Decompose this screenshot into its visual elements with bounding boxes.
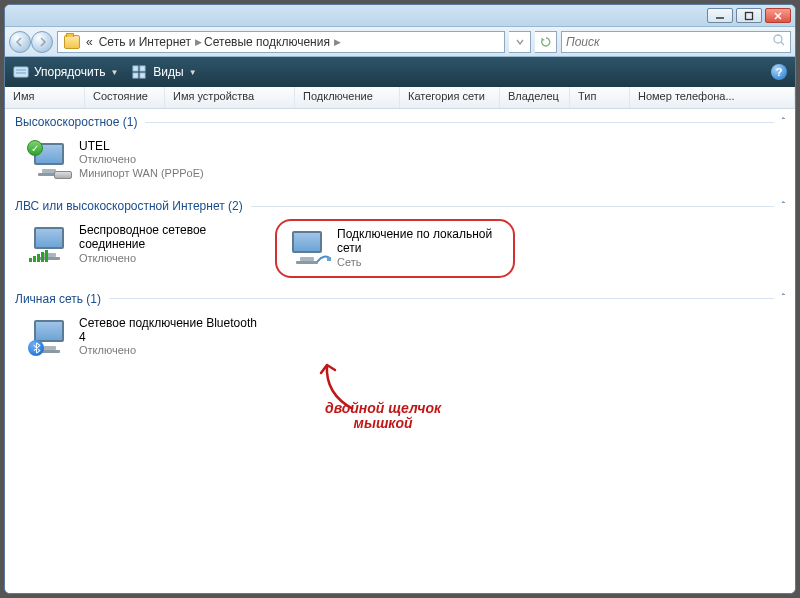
chevron-down-icon: ▼: [189, 68, 197, 77]
group-title: Высокоскоростное (1): [15, 115, 137, 129]
maximize-button[interactable]: [736, 8, 762, 23]
item-name: Беспроводное сетевое соединение: [79, 223, 261, 252]
breadcrumb-bar[interactable]: « Сеть и Интернет ▶ Сетевые подключения …: [57, 31, 505, 53]
title-bar: [5, 5, 795, 27]
collapse-icon[interactable]: ˆ: [782, 293, 785, 304]
search-input[interactable]: [566, 35, 772, 49]
refresh-button[interactable]: [535, 31, 557, 53]
item-status: Сеть: [337, 256, 503, 270]
ethernet-cable-icon: [317, 253, 331, 263]
svg-line-5: [781, 42, 784, 45]
connection-item-local-area[interactable]: Подключение по локальной сети Сеть: [275, 219, 515, 278]
col-status[interactable]: Состояние: [85, 87, 165, 108]
network-folder-icon: [64, 35, 80, 49]
collapse-icon[interactable]: ˆ: [782, 117, 785, 128]
svg-rect-9: [133, 66, 138, 71]
minimize-button[interactable]: [707, 8, 733, 23]
item-status: Отключено: [79, 153, 204, 167]
col-owner[interactable]: Владелец: [500, 87, 570, 108]
group-header[interactable]: ЛВС или высокоскоростной Интернет (2) ˆ: [5, 195, 795, 217]
svg-rect-1: [746, 12, 753, 19]
col-name[interactable]: Имя: [5, 87, 85, 108]
group-title: ЛВС или высокоскоростной Интернет (2): [15, 199, 243, 213]
group-high-speed: Высокоскоростное (1) ˆ ✓ UTEL Отк: [5, 111, 795, 193]
group-personal-network: Личная сеть (1) ˆ Сетевое п: [5, 288, 795, 371]
svg-rect-10: [140, 66, 145, 71]
views-icon: [132, 65, 148, 79]
connection-item-bluetooth[interactable]: Сетевое подключение Bluetooth 4 Отключен…: [25, 312, 265, 363]
group-header[interactable]: Личная сеть (1) ˆ: [5, 288, 795, 310]
group-divider: [145, 122, 773, 123]
svg-rect-11: [133, 73, 138, 78]
command-toolbar: Упорядочить ▼ Виды ▼ ?: [5, 57, 795, 87]
group-title: Личная сеть (1): [15, 292, 101, 306]
annotation-line1: двойной щелчок: [325, 401, 441, 416]
item-device: Минипорт WAN (PPPoE): [79, 167, 204, 181]
connection-item-utel[interactable]: ✓ UTEL Отключено Минипорт WAN (PPPoE): [25, 135, 265, 185]
address-bar-row: « Сеть и Интернет ▶ Сетевые подключения …: [5, 27, 795, 57]
svg-rect-12: [140, 73, 145, 78]
group-divider: [251, 206, 774, 207]
content-area: Высокоскоростное (1) ˆ ✓ UTEL Отк: [5, 109, 795, 593]
col-type[interactable]: Тип: [570, 87, 630, 108]
col-category[interactable]: Категория сети: [400, 87, 500, 108]
svg-rect-13: [327, 257, 331, 261]
organize-icon: [13, 65, 29, 79]
nav-back-button[interactable]: [9, 31, 31, 53]
search-box[interactable]: [561, 31, 791, 53]
item-name: Подключение по локальной сети: [337, 227, 503, 256]
item-name: UTEL: [79, 139, 204, 153]
collapse-icon[interactable]: ˆ: [782, 201, 785, 212]
signal-bars-icon: [29, 250, 48, 262]
column-headers: Имя Состояние Имя устройства Подключение…: [5, 87, 795, 109]
close-button[interactable]: [765, 8, 791, 23]
svg-rect-6: [14, 67, 28, 77]
col-device[interactable]: Имя устройства: [165, 87, 295, 108]
item-status: Отключено: [79, 252, 261, 266]
breadcrumb-item-2[interactable]: Сетевые подключения: [202, 35, 334, 49]
chevron-down-icon: ▼: [110, 68, 118, 77]
col-connection[interactable]: Подключение: [295, 87, 400, 108]
address-dropdown-button[interactable]: [509, 31, 531, 53]
group-lan-or-highspeed: ЛВС или высокоскоростной Интернет (2) ˆ …: [5, 195, 795, 286]
views-label: Виды: [153, 65, 183, 79]
col-phone[interactable]: Номер телефона...: [630, 87, 795, 108]
monitor-icon: ✓: [30, 143, 70, 177]
explorer-window: « Сеть и Интернет ▶ Сетевые подключения …: [4, 4, 796, 594]
organize-menu[interactable]: Упорядочить ▼: [13, 65, 118, 79]
check-badge-icon: ✓: [27, 140, 43, 156]
annotation-text: двойной щелчок мышкой: [325, 401, 441, 432]
chevron-right-icon: ▶: [334, 37, 341, 47]
breadcrumb-prefix: «: [84, 35, 97, 49]
item-status: Отключено: [79, 344, 261, 358]
nav-forward-button[interactable]: [31, 31, 53, 53]
breadcrumb-root[interactable]: [62, 35, 84, 49]
search-icon: [772, 33, 786, 50]
organize-label: Упорядочить: [34, 65, 105, 79]
svg-point-4: [774, 35, 782, 43]
monitor-icon: [30, 320, 70, 354]
item-name: Сетевое подключение Bluetooth 4: [79, 316, 261, 345]
monitor-icon: [288, 231, 328, 265]
connection-item-wireless[interactable]: Беспроводное сетевое соединение Отключен…: [25, 219, 265, 278]
bluetooth-icon: [28, 340, 44, 356]
views-menu[interactable]: Виды ▼: [132, 65, 196, 79]
modem-icon: [54, 171, 72, 179]
group-header[interactable]: Высокоскоростное (1) ˆ: [5, 111, 795, 133]
chevron-right-icon: ▶: [195, 37, 202, 47]
group-divider: [109, 298, 774, 299]
help-button[interactable]: ?: [771, 64, 787, 80]
monitor-icon: [30, 227, 70, 261]
breadcrumb-item-1[interactable]: Сеть и Интернет: [97, 35, 195, 49]
annotation-line2: мышкой: [325, 416, 441, 431]
